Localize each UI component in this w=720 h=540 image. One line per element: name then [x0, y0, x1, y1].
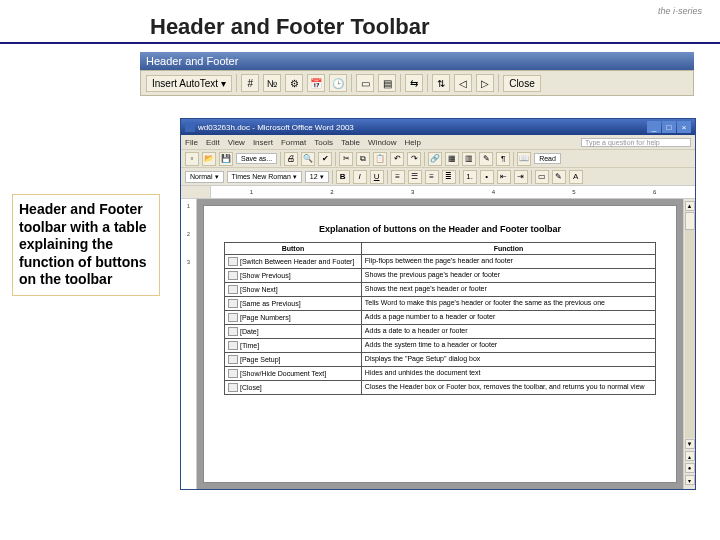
menu-help[interactable]: Help	[405, 138, 421, 147]
help-search-box[interactable]: Type a question for help	[581, 138, 691, 147]
align-left-icon[interactable]: ≡	[391, 170, 405, 184]
highlight-icon[interactable]: ✎	[552, 170, 566, 184]
menu-view[interactable]: View	[228, 138, 245, 147]
maximize-button[interactable]: □	[662, 121, 676, 133]
undo-icon[interactable]: ↶	[390, 152, 404, 166]
separator	[335, 152, 336, 166]
menu-file[interactable]: File	[185, 138, 198, 147]
table-row: [Same as Previous]Tells Word to make thi…	[225, 297, 656, 311]
columns-icon[interactable]: ▥	[462, 152, 476, 166]
vertical-scrollbar[interactable]: ▲ ▼ ▴ ● ▾	[683, 199, 695, 489]
underline-icon[interactable]: U	[370, 170, 384, 184]
separator	[459, 170, 460, 184]
show-marks-icon[interactable]: ¶	[496, 152, 510, 166]
menu-edit[interactable]: Edit	[206, 138, 220, 147]
scroll-thumb[interactable]	[685, 212, 695, 230]
menu-format[interactable]: Format	[281, 138, 306, 147]
format-page-number-icon[interactable]: ⚙	[285, 74, 303, 92]
drawing-icon[interactable]: ✎	[479, 152, 493, 166]
chevron-down-icon: ▾	[221, 78, 226, 89]
font-size-selector[interactable]: 12 ▾	[305, 171, 329, 183]
border-icon[interactable]: ▭	[535, 170, 549, 184]
show-next-icon[interactable]: ▷	[476, 74, 494, 92]
ruler-mark: 6	[653, 189, 656, 195]
new-doc-icon[interactable]: ▫	[185, 152, 199, 166]
function-cell: Flip-flops between the page's header and…	[361, 255, 655, 269]
next-page-icon[interactable]: ▾	[685, 475, 695, 485]
number-pages-icon[interactable]: №	[263, 74, 281, 92]
same-as-previous-icon[interactable]: ⇆	[405, 74, 423, 92]
font-color-icon[interactable]: A	[569, 170, 583, 184]
browse-object-icon[interactable]: ●	[685, 463, 695, 473]
italic-icon[interactable]: I	[353, 170, 367, 184]
font-size-label: 12	[310, 173, 318, 180]
switch-header-footer-icon[interactable]: ⇅	[432, 74, 450, 92]
table-row: [Show/Hide Document Text]Hides and unhid…	[225, 367, 656, 381]
save-icon[interactable]: 💾	[219, 152, 233, 166]
th-function: Function	[361, 243, 655, 255]
button-cell: [Show Next]	[225, 283, 362, 297]
show-previous-icon[interactable]: ◁	[454, 74, 472, 92]
scroll-up-icon[interactable]: ▲	[685, 201, 695, 211]
time-icon[interactable]: 🕒	[329, 74, 347, 92]
buttons-table: Button Function [Switch Between Header a…	[224, 242, 656, 395]
close-window-button[interactable]: ×	[677, 121, 691, 133]
align-center-icon[interactable]: ☰	[408, 170, 422, 184]
menu-table[interactable]: Table	[341, 138, 360, 147]
save-as-button[interactable]: Save as...	[236, 153, 277, 164]
print-preview-icon[interactable]: 🔍	[301, 152, 315, 166]
copy-icon[interactable]: ⧉	[356, 152, 370, 166]
function-cell: Tells Word to make this page's header or…	[361, 297, 655, 311]
bullets-icon[interactable]: •	[480, 170, 494, 184]
page-setup-icon[interactable]: ▭	[356, 74, 374, 92]
caption-box: Header and Footer toolbar with a table e…	[12, 194, 160, 296]
outdent-icon[interactable]: ⇤	[497, 170, 511, 184]
button-cell: [Page Numbers]	[225, 311, 362, 325]
table-row: [Date]Adds a date to a header or footer	[225, 325, 656, 339]
document-page[interactable]: Explanation of buttons on the Header and…	[203, 205, 677, 483]
insert-autotext-button[interactable]: Insert AutoText▾	[146, 75, 232, 92]
title-underline	[0, 42, 720, 44]
redo-icon[interactable]: ↷	[407, 152, 421, 166]
indent-icon[interactable]: ⇥	[514, 170, 528, 184]
scroll-track[interactable]	[685, 212, 695, 438]
numbering-icon[interactable]: 1.	[463, 170, 477, 184]
table-row: [Switch Between Header and Footer]Flip-f…	[225, 255, 656, 269]
bold-icon[interactable]: B	[336, 170, 350, 184]
style-selector[interactable]: Normal ▾	[185, 171, 224, 183]
button-label: [Show Previous]	[240, 272, 291, 279]
ruler-mark: 5	[572, 189, 575, 195]
justify-icon[interactable]: ≣	[442, 170, 456, 184]
style-label: Normal	[190, 173, 213, 180]
table-row: [Time]Adds the system time to a header o…	[225, 339, 656, 353]
menu-window[interactable]: Window	[368, 138, 396, 147]
paste-icon[interactable]: 📋	[373, 152, 387, 166]
menu-tools[interactable]: Tools	[314, 138, 333, 147]
table-row: [Show Next]Shows the next page's header …	[225, 283, 656, 297]
date-icon[interactable]: 📅	[307, 74, 325, 92]
prev-page-icon[interactable]: ▴	[685, 451, 695, 461]
button-mini-icon	[228, 299, 238, 308]
button-mini-icon	[228, 341, 238, 350]
print-icon[interactable]: 🖨	[284, 152, 298, 166]
separator	[531, 170, 532, 184]
read-button[interactable]: Read	[534, 153, 561, 164]
menu-insert[interactable]: Insert	[253, 138, 273, 147]
scroll-down-icon[interactable]: ▼	[685, 439, 695, 449]
show-hide-doc-text-icon[interactable]: ▤	[378, 74, 396, 92]
button-mini-icon	[228, 383, 238, 392]
close-button[interactable]: Close	[503, 75, 541, 92]
read-icon[interactable]: 📖	[517, 152, 531, 166]
table-icon[interactable]: ▦	[445, 152, 459, 166]
button-mini-icon	[228, 327, 238, 336]
document-area: 1 2 3 Explanation of buttons on the Head…	[181, 199, 695, 489]
open-icon[interactable]: 📂	[202, 152, 216, 166]
page-number-icon[interactable]: #	[241, 74, 259, 92]
minimize-button[interactable]: _	[647, 121, 661, 133]
cut-icon[interactable]: ✂	[339, 152, 353, 166]
align-right-icon[interactable]: ≡	[425, 170, 439, 184]
link-icon[interactable]: 🔗	[428, 152, 442, 166]
spell-icon[interactable]: ✔	[318, 152, 332, 166]
word-titlebar: wd03263h.doc - Microsoft Office Word 200…	[181, 119, 695, 135]
font-selector[interactable]: Times New Roman ▾	[227, 171, 302, 183]
